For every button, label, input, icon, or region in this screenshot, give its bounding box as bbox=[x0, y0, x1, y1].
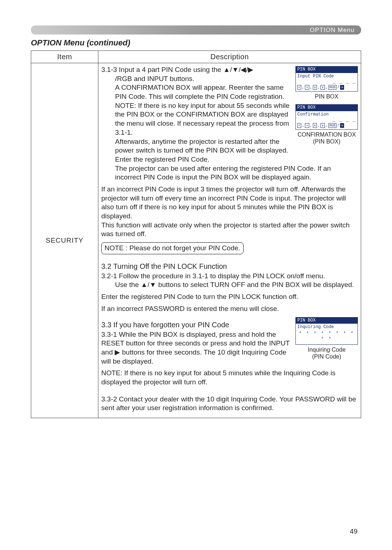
sec313-after4: This function will activate only when th… bbox=[101, 221, 358, 239]
sec32-l3: If an incorrect PASSWORD is entered the … bbox=[101, 304, 358, 314]
pin-dashes: _ _ _ _ bbox=[297, 79, 356, 85]
sec32-l2: Enter the registered PIN Code to turn th… bbox=[101, 292, 358, 302]
inquiring-stars: * * * * * * * * * * bbox=[297, 330, 356, 343]
confirm-box-dialog: PIN BOX Confirmation _ _ _ _ <, >, ∧, ∨,… bbox=[295, 104, 358, 130]
page-title: OPTION Menu (continued) bbox=[31, 38, 361, 48]
col-item: Item bbox=[31, 51, 98, 63]
dialog-title: PIN BOX bbox=[296, 105, 358, 111]
pin-note-text: NOTE : Please do not forget your PIN Cod… bbox=[105, 244, 240, 252]
pin-box-caption: PIN BOX bbox=[295, 93, 358, 100]
up-key: ∧ bbox=[313, 123, 317, 128]
right-key: > bbox=[305, 123, 309, 128]
sec313-after2: The projector can be used after entering… bbox=[101, 164, 358, 182]
sec32-l1b: Use the ▲/▼ buttons to select TURN OFF a… bbox=[101, 280, 358, 290]
rgb-key: RGB bbox=[328, 123, 336, 128]
down-key: ∨ bbox=[320, 85, 324, 90]
up-key: ∧ bbox=[313, 85, 317, 90]
sec33-lead2: 3.3-2 bbox=[101, 395, 119, 403]
header-label: OPTION Menu bbox=[310, 27, 355, 34]
col-desc: Description bbox=[98, 51, 361, 63]
sec313-lead: 3.1-3 bbox=[101, 66, 119, 73]
security-description: PIN BOX Input PIN Code _ _ _ _ <, >, ∧, … bbox=[98, 63, 361, 418]
sec33-lead: 3.3-1 bbox=[101, 331, 119, 338]
dialog-sub: Input PIN Code bbox=[297, 74, 356, 80]
dialog-title: PIN BOX bbox=[296, 66, 358, 73]
input-key: ⎆ bbox=[340, 85, 344, 90]
sec313-after3: If an incorrect PIN Code is input 3 time… bbox=[101, 185, 358, 221]
down-key: ∨ bbox=[320, 123, 324, 128]
dialog-sub: Confirmation bbox=[297, 112, 356, 118]
sec32-head: 3.2 Turning Off the PIN LOCK Function bbox=[101, 262, 358, 271]
page-number: 49 bbox=[350, 527, 358, 535]
pin-note-box: NOTE : Please do not forget your PIN Cod… bbox=[101, 242, 244, 254]
sec33-l2: Contact your dealer with the 10 digit In… bbox=[101, 395, 356, 412]
confirm-caption2: (PIN BOX) bbox=[295, 138, 358, 145]
header-bar: OPTION Menu bbox=[31, 25, 361, 35]
right-key: > bbox=[305, 85, 309, 90]
inquiring-dialog: PIN BOX Inquiring Code * * * * * * * * *… bbox=[295, 317, 358, 345]
sec33-l1: While the PIN BOX is displayed, press an… bbox=[101, 331, 290, 365]
left-key: < bbox=[297, 85, 301, 90]
inquiring-caption1: Inquiring Code bbox=[295, 346, 358, 353]
sec313-l1: Input a 4 part PIN Code using the ▲/▼/◀/… bbox=[119, 66, 254, 73]
sec33-note: NOTE: If there is no key input for about… bbox=[101, 369, 358, 387]
options-table: Item Description SECURITY PIN BOX Input … bbox=[31, 50, 361, 418]
sec32-l1a: Follow the procedure in 3.1-1 to display… bbox=[119, 272, 325, 280]
pin-dashes: _ _ _ _ bbox=[297, 117, 356, 123]
left-key: < bbox=[297, 123, 301, 128]
confirm-caption1: CONFIRMATION BOX bbox=[295, 131, 358, 138]
rgb-key: RGB bbox=[328, 85, 336, 90]
dialog-sub: Inquiring Code bbox=[297, 324, 356, 330]
sec32-lead: 3.2-1 bbox=[101, 272, 119, 280]
dialog-title: PIN BOX bbox=[296, 318, 358, 324]
item-security: SECURITY bbox=[31, 63, 98, 418]
input-key: ⎆ bbox=[340, 123, 344, 128]
inquiring-caption2: (PIN Code) bbox=[295, 353, 358, 360]
pin-box-dialog: PIN BOX Input PIN Code _ _ _ _ <, >, ∧, … bbox=[295, 66, 358, 92]
